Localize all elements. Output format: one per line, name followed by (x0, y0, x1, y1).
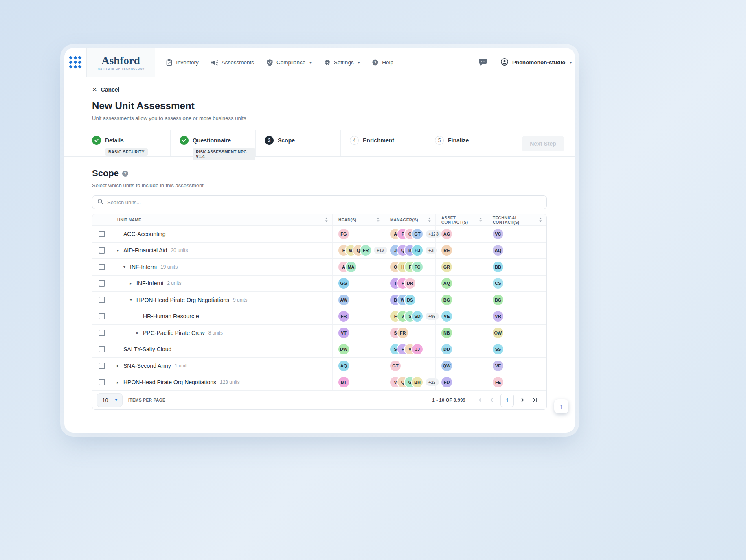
heads-cell: AW (332, 292, 384, 308)
row-checkbox[interactable] (99, 313, 105, 319)
heads-cell: FR (332, 308, 384, 325)
step-enrichment[interactable]: 4Enrichment (341, 130, 426, 156)
row-checkbox[interactable] (99, 379, 105, 385)
app-logo[interactable] (64, 48, 87, 77)
nav-item-help[interactable]: ?Help (372, 59, 393, 66)
row-checkbox[interactable] (99, 247, 105, 254)
avatar: QW (441, 361, 452, 371)
managers-cell: TFDR (384, 276, 435, 292)
avatar: VR (493, 311, 503, 322)
unit-name[interactable]: HPON-Head Pirate Org Negotiations (123, 379, 216, 385)
row-checkbox[interactable] (99, 264, 105, 270)
search-units-input[interactable] (107, 199, 542, 206)
step-scope[interactable]: 3Scope (256, 130, 341, 156)
expander-open-icon[interactable]: ▾ (130, 298, 136, 302)
current-page-box[interactable]: 1 (500, 394, 514, 407)
overflow-count-badge[interactable]: +3 (426, 247, 437, 254)
technical-contacts-cell: VE (487, 358, 546, 374)
column-header-3[interactable]: ASSET CONTACT(S) (435, 214, 487, 225)
account-menu[interactable]: Phenomenon-studio ▾ (497, 48, 575, 77)
search-units-box (92, 195, 547, 209)
prev-page-button[interactable] (486, 394, 498, 406)
avatar-stack: VC (493, 229, 503, 239)
technical-contacts-cell: QW (487, 325, 546, 341)
unit-name[interactable]: AID-Financial Aid (123, 247, 167, 254)
nav-item-inventory[interactable]: Inventory (166, 59, 199, 66)
heads-cell: VT (332, 325, 384, 341)
cancel-label: Cancel (101, 86, 120, 93)
managers-cell: SFR (384, 325, 435, 341)
step-finalize[interactable]: 5Finalize (426, 130, 511, 156)
row-checkbox[interactable] (99, 363, 105, 369)
avatar-stack: VR (493, 311, 503, 322)
expander-open-icon[interactable]: ▾ (117, 248, 123, 253)
unit-name[interactable]: SALTY-Salty Cloud (123, 346, 171, 352)
help-tooltip-icon[interactable]: ? (122, 171, 128, 177)
next-step-button[interactable]: Next Step (522, 136, 564, 151)
unit-count: 2 units (167, 280, 181, 286)
scroll-to-top-button[interactable]: ↑ (554, 399, 568, 413)
units-table-header: UNIT NAMEHEAD(S)MANAGER(S)ASSET CONTACT(… (92, 214, 546, 225)
heads-cell: FG (332, 226, 384, 242)
sort-icon[interactable] (325, 217, 328, 224)
avatar: VT (338, 328, 349, 338)
expander-closed-icon[interactable]: ▸ (136, 330, 143, 335)
nav-item-label: Assessments (222, 59, 254, 66)
nav-item-label: Inventory (176, 59, 199, 66)
row-checkbox[interactable] (99, 330, 105, 336)
unit-name[interactable]: PPC-Pacific Pirate Crew (143, 330, 205, 336)
chat-button[interactable] (479, 48, 497, 77)
sort-icon[interactable] (479, 217, 483, 224)
row-checkbox[interactable] (99, 346, 105, 352)
step-questionnaire[interactable]: QuestionnaireRISK ASSESSMENT NPC V1.4 (171, 130, 256, 156)
unit-name[interactable]: INF-Inferni (130, 264, 157, 270)
expander-closed-icon[interactable]: ▸ (117, 363, 123, 368)
table-row: ▸PPC-Pacific Pirate Crew8 unitsVTSFRNBQW (92, 324, 546, 341)
unit-count: 19 units (160, 264, 178, 270)
unit-count: 1 unit (175, 363, 186, 369)
avatar: DR (405, 278, 415, 289)
column-header-1[interactable]: HEAD(S) (332, 214, 384, 225)
unit-name[interactable]: SNA-Second Army (123, 363, 171, 369)
items-per-page-value: 10 (102, 397, 108, 403)
last-page-button[interactable] (529, 394, 541, 406)
avatar-stack: AFQGT (390, 229, 423, 239)
column-header-4[interactable]: TECHNICAL CONTACT(S) (487, 214, 546, 225)
avatar: BG (441, 295, 452, 305)
row-checkbox[interactable] (99, 231, 105, 237)
step-label: Scope (278, 137, 295, 144)
sort-icon[interactable] (376, 217, 380, 224)
nav-item-label: Help (382, 59, 393, 66)
nav-item-compliance[interactable]: Compliance▾ (266, 59, 312, 66)
sort-icon[interactable] (539, 217, 542, 224)
asset-contacts-cell: FD (435, 374, 487, 391)
cancel-button[interactable]: ✕ Cancel (92, 86, 120, 93)
unit-name[interactable]: ACC-Accounting (123, 231, 166, 237)
expander-closed-icon[interactable]: ▸ (117, 380, 123, 385)
next-page-button[interactable] (516, 394, 529, 406)
avatar: BG (493, 295, 503, 305)
avatar: AQ (338, 361, 349, 371)
chevron-down-icon: ▾ (309, 61, 312, 65)
unit-name[interactable]: INF-Inferni (136, 280, 163, 287)
nav-item-settings[interactable]: Settings▾ (324, 59, 360, 66)
first-page-button[interactable] (474, 394, 486, 406)
items-per-page-select[interactable]: 10 ▼ (97, 393, 123, 407)
expander-closed-icon[interactable]: ▸ (130, 281, 136, 286)
avatar-stack: BG (441, 295, 452, 305)
step-details[interactable]: DetailsBASIC SECURITY (64, 130, 171, 156)
avatar-stack: GR (441, 262, 452, 272)
unit-name[interactable]: HPON-Head Pirate Org Negotiations (136, 297, 229, 303)
asset-contacts-cell: GR (435, 259, 487, 275)
sort-icon[interactable] (428, 217, 431, 224)
account-name: Phenomenon-studio (512, 59, 566, 66)
column-header-0[interactable]: UNIT NAME (111, 214, 332, 225)
expander-open-icon[interactable]: ▾ (123, 265, 130, 269)
brand-name: Ashford (101, 55, 140, 66)
nav-item-assessments[interactable]: Assessments (211, 59, 254, 66)
row-checkbox[interactable] (99, 297, 105, 303)
brand-logo[interactable]: Ashford INSTITUTE OF TECHNOLOGY (87, 48, 155, 77)
row-checkbox[interactable] (99, 280, 105, 287)
unit-name[interactable]: HR-Human Resourc e (143, 313, 199, 319)
column-header-2[interactable]: MANAGER(S) (384, 214, 435, 225)
